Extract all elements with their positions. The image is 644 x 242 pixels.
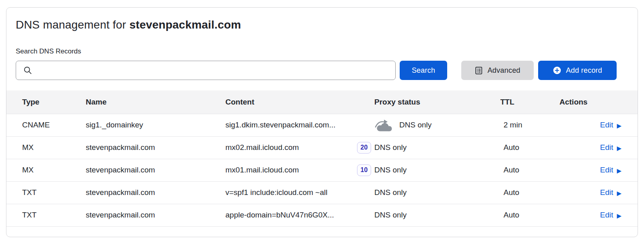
- cell-record-content: sig1.dkim.stevenpackmail.com...: [225, 114, 374, 136]
- table-row: MX stevenpackmail.com mx01.mail.icloud.c…: [6, 159, 638, 181]
- column-header-content: Content: [225, 90, 374, 114]
- column-header-ttl: TTL: [500, 90, 559, 114]
- column-header-type: Type: [6, 90, 86, 114]
- cell-record-name: stevenpackmail.com: [86, 204, 225, 226]
- cell-record-content: v=spf1 include:icloud.com ~all: [225, 181, 374, 204]
- edit-link[interactable]: Edit▶: [600, 188, 621, 197]
- table-row: MX stevenpackmail.com mx02.mail.icloud.c…: [6, 136, 638, 159]
- search-input-box[interactable]: [16, 61, 396, 80]
- cell-proxy-status: DNS only: [374, 181, 500, 204]
- chevron-right-icon: ▶: [617, 123, 621, 129]
- cell-proxy-status: DNS only: [374, 204, 500, 226]
- column-header-actions: Actions: [559, 90, 638, 114]
- cell-proxy-status: DNS only: [374, 136, 500, 159]
- list-document-icon: [475, 66, 483, 75]
- edit-link[interactable]: Edit▶: [600, 166, 621, 174]
- cell-record-type: TXT: [6, 181, 86, 204]
- cell-record-name: stevenpackmail.com: [86, 181, 225, 204]
- cell-record-content: mx02.mail.icloud.com 20: [225, 136, 374, 159]
- cell-ttl: Auto: [500, 204, 559, 226]
- column-header-name: Name: [86, 90, 225, 114]
- table-row: CNAME sig1._domainkey sig1.dkim.stevenpa…: [6, 114, 638, 136]
- page-title: DNS management for stevenpackmail.com: [16, 18, 628, 31]
- cell-actions: Edit▶: [559, 204, 638, 226]
- edit-link[interactable]: Edit▶: [600, 143, 621, 152]
- add-record-button-label: Add record: [566, 66, 602, 75]
- chevron-right-icon: ▶: [617, 213, 621, 219]
- cell-proxy-status: DNS only: [374, 159, 500, 181]
- chevron-right-icon: ▶: [617, 145, 621, 151]
- cell-actions: Edit▶: [559, 181, 638, 204]
- dns-management-card: DNS management for stevenpackmail.com Se…: [6, 7, 638, 237]
- dns-only-cloud-icon: [374, 119, 393, 132]
- table-row: TXT stevenpackmail.com apple-domain=bNuV…: [6, 204, 638, 226]
- cell-record-name: sig1._domainkey: [86, 114, 225, 136]
- search-icon: [23, 66, 32, 75]
- cell-proxy-status: DNS only: [374, 114, 500, 136]
- search-input[interactable]: [32, 61, 390, 80]
- cell-ttl: Auto: [500, 159, 559, 181]
- domain-name: stevenpackmail.com: [129, 18, 241, 31]
- cell-record-content: mx01.mail.icloud.com 10: [225, 159, 374, 181]
- cell-ttl: Auto: [500, 181, 559, 204]
- priority-badge: 20: [357, 142, 371, 154]
- cell-record-type: TXT: [6, 204, 86, 226]
- page-title-prefix: DNS management for: [16, 18, 129, 31]
- dns-records-table: Type Name Content Proxy status TTL Actio…: [6, 90, 638, 227]
- cell-record-type: CNAME: [6, 114, 86, 136]
- dns-toolbar: Search Advanced A: [16, 61, 628, 80]
- cell-actions: Edit▶: [559, 136, 638, 159]
- advanced-button-label: Advanced: [487, 66, 520, 75]
- cell-actions: Edit▶: [559, 159, 638, 181]
- edit-link[interactable]: Edit▶: [600, 121, 621, 129]
- plus-circle-icon: [553, 66, 561, 75]
- cell-record-type: MX: [6, 136, 86, 159]
- advanced-button[interactable]: Advanced: [461, 61, 534, 80]
- cell-ttl: Auto: [500, 136, 559, 159]
- cell-record-type: MX: [6, 159, 86, 181]
- chevron-right-icon: ▶: [617, 190, 621, 196]
- search-label: Search DNS Records: [16, 47, 628, 55]
- cell-record-name: stevenpackmail.com: [86, 136, 225, 159]
- cell-actions: Edit▶: [559, 114, 638, 136]
- table-row: TXT stevenpackmail.com v=spf1 include:ic…: [6, 181, 638, 204]
- priority-badge: 10: [357, 164, 371, 176]
- cell-record-content: apple-domain=bNuV47n6G0X...: [225, 204, 374, 226]
- cell-ttl: 2 min: [500, 114, 559, 136]
- table-header-row: Type Name Content Proxy status TTL Actio…: [6, 90, 638, 114]
- chevron-right-icon: ▶: [617, 168, 621, 174]
- add-record-button[interactable]: Add record: [538, 61, 617, 80]
- edit-link[interactable]: Edit▶: [600, 211, 621, 219]
- search-button[interactable]: Search: [400, 61, 447, 80]
- column-header-proxy-status: Proxy status: [374, 90, 500, 114]
- cell-record-name: stevenpackmail.com: [86, 159, 225, 181]
